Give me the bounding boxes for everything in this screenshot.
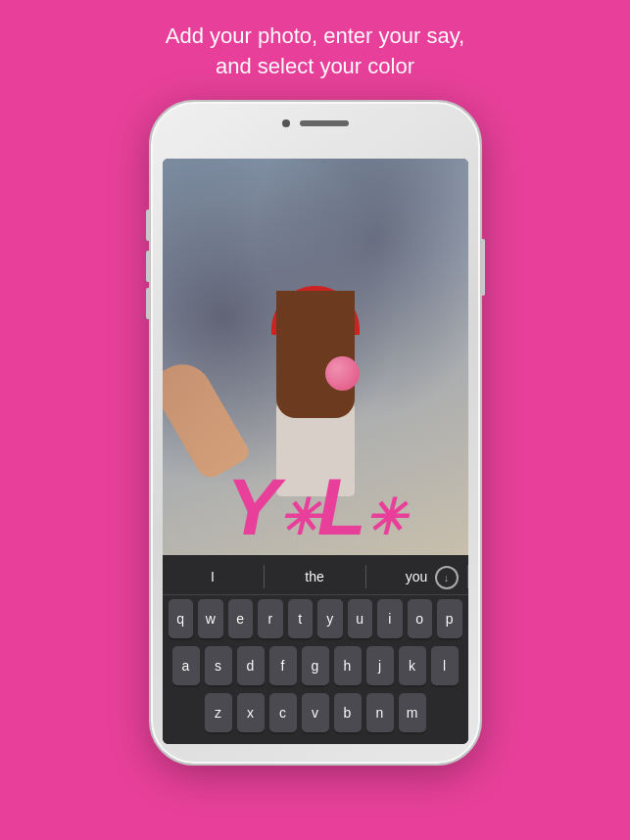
- predictive-word-the[interactable]: the: [265, 565, 366, 588]
- key-o[interactable]: o: [408, 599, 433, 638]
- key-g[interactable]: g: [302, 646, 329, 685]
- key-d[interactable]: d: [237, 646, 265, 685]
- key-h[interactable]: h: [334, 646, 362, 685]
- predictive-word-i[interactable]: I: [163, 565, 265, 588]
- camera-dot: [282, 119, 290, 127]
- phone-top-bar: [282, 119, 349, 127]
- key-row-2: asdfghjkl: [169, 646, 462, 685]
- key-row-3: zxcvbnm: [169, 693, 462, 732]
- key-w[interactable]: w: [198, 599, 223, 638]
- key-u[interactable]: u: [348, 599, 373, 638]
- key-j[interactable]: j: [366, 646, 394, 685]
- keyboard-area: I the you ↓ qwertyuiop asdfghjkl zxcvbnm: [163, 555, 468, 744]
- phone-mockup: Y✳L✳ I the you ↓: [149, 100, 482, 766]
- phone-screen: Y✳L✳ I the you ↓: [163, 159, 468, 744]
- hair: [276, 291, 355, 418]
- download-button[interactable]: ↓: [435, 566, 459, 589]
- speaker: [300, 120, 349, 126]
- asterisk-1: ✳: [278, 490, 317, 545]
- key-z[interactable]: z: [205, 693, 232, 732]
- header-text: Add your photo, enter your say, and sele…: [126, 0, 504, 100]
- key-r[interactable]: r: [258, 599, 283, 638]
- yolo-text-overlay: Y✳L✳: [163, 467, 468, 555]
- key-f[interactable]: f: [269, 646, 297, 685]
- keyboard-rows: qwertyuiop asdfghjkl zxcvbnm: [163, 595, 468, 742]
- key-n[interactable]: n: [366, 693, 394, 732]
- header-line1: Add your photo, enter your say,: [166, 23, 464, 48]
- photo-area: Y✳L✳: [163, 159, 468, 555]
- download-icon: ↓: [444, 572, 450, 583]
- bubble-gum: [325, 356, 360, 391]
- phone-shell: Y✳L✳ I the you ↓: [149, 100, 482, 766]
- key-c[interactable]: c: [269, 693, 297, 732]
- predictive-row: I the you ↓: [163, 561, 468, 595]
- key-b[interactable]: b: [334, 693, 362, 732]
- asterisk-2: ✳: [364, 490, 404, 545]
- key-t[interactable]: t: [288, 599, 314, 638]
- key-i[interactable]: i: [377, 599, 403, 638]
- key-v[interactable]: v: [302, 693, 329, 732]
- key-k[interactable]: k: [399, 646, 426, 685]
- predictive-bar: I the you ↓: [163, 561, 468, 595]
- key-l[interactable]: l: [431, 646, 459, 685]
- key-p[interactable]: p: [437, 599, 462, 638]
- header-line2: and select your color: [216, 54, 414, 78]
- key-m[interactable]: m: [399, 693, 426, 732]
- key-y[interactable]: y: [317, 599, 343, 638]
- key-s[interactable]: s: [205, 646, 232, 685]
- key-e[interactable]: e: [228, 599, 254, 638]
- key-q[interactable]: q: [169, 599, 194, 638]
- key-x[interactable]: x: [237, 693, 265, 732]
- key-row-1: qwertyuiop: [169, 599, 462, 638]
- key-a[interactable]: a: [172, 646, 200, 685]
